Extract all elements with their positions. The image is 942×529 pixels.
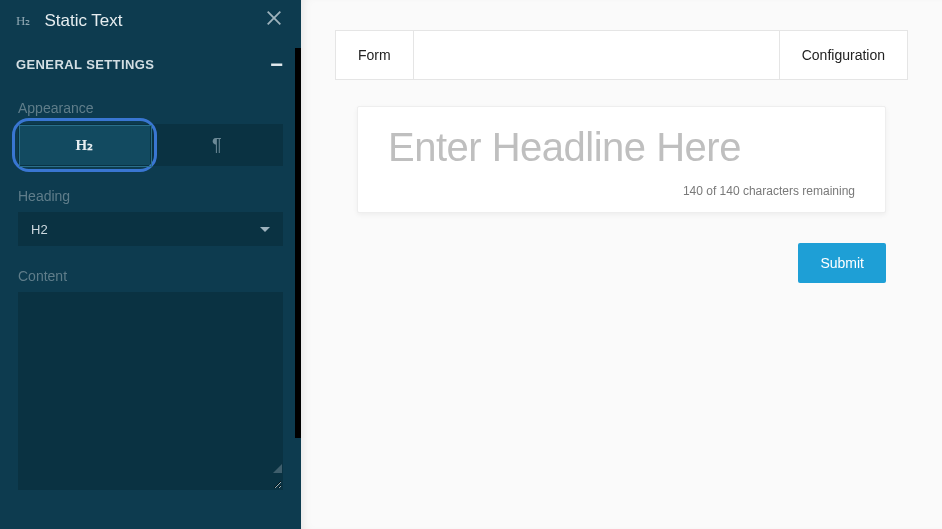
appearance-label: Appearance	[0, 78, 301, 124]
headline-card[interactable]: Enter Headline Here 140 of 140 character…	[357, 106, 886, 213]
appearance-toggle-group: H₂ ¶	[0, 124, 301, 166]
content-textarea[interactable]	[18, 292, 283, 490]
h2-glyph: H₂	[75, 136, 93, 154]
submit-row: Submit	[357, 243, 886, 283]
sidebar-header: H₂ Static Text	[0, 0, 301, 43]
properties-sidebar: H₂ Static Text GENERAL SETTINGS − Appear…	[0, 0, 301, 529]
section-title: GENERAL SETTINGS	[16, 57, 154, 72]
tab-form[interactable]: Form	[336, 31, 414, 79]
content-label: Content	[0, 246, 301, 292]
sidebar-title: Static Text	[44, 11, 122, 31]
heading-select-value: H2	[31, 222, 48, 237]
main-canvas: Form Configuration Enter Headline Here 1…	[301, 0, 942, 529]
heading-select[interactable]: H2	[18, 212, 283, 246]
general-settings-header[interactable]: GENERAL SETTINGS −	[0, 43, 301, 78]
tab-configuration[interactable]: Configuration	[780, 31, 907, 79]
pilcrow-icon: ¶	[212, 135, 222, 156]
tab-bar: Form Configuration	[335, 30, 908, 80]
headline-placeholder[interactable]: Enter Headline Here	[388, 125, 855, 170]
appearance-heading-option[interactable]: H₂	[18, 124, 151, 166]
appearance-paragraph-option[interactable]: ¶	[151, 124, 284, 166]
collapse-icon[interactable]: −	[270, 59, 283, 71]
submit-button[interactable]: Submit	[798, 243, 886, 283]
element-type-icon: H₂	[16, 13, 30, 29]
chevron-down-icon	[260, 227, 270, 232]
character-counter: 140 of 140 characters remaining	[388, 184, 855, 198]
tab-spacer	[414, 31, 780, 79]
close-icon[interactable]	[265, 9, 285, 29]
heading-label: Heading	[0, 166, 301, 212]
